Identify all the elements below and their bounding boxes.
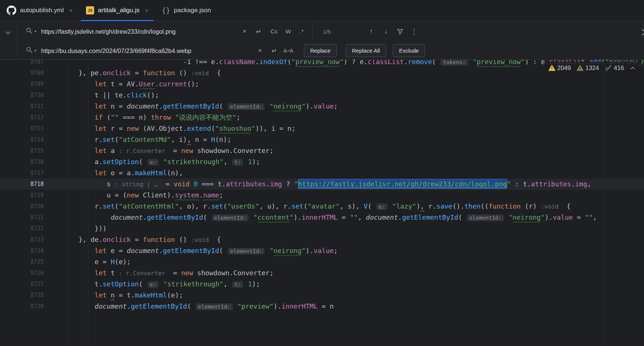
code-line[interactable]: 8718 s : string | … = void 0 === t.attri… [0, 179, 644, 190]
words-toggle[interactable]: W [283, 26, 294, 37]
line-number[interactable]: 8715 [0, 145, 44, 156]
chevron-right-icon[interactable] [641, 29, 644, 37]
chevron-down-icon[interactable] [5, 29, 11, 36]
code-line[interactable]: 8729 document.getElementById( elementId:… [0, 301, 644, 312]
line-number[interactable]: 8709 [0, 79, 44, 90]
code-token: ). [306, 247, 314, 254]
replace-input[interactable] [41, 45, 223, 57]
code-token: = [165, 269, 181, 277]
typos-ok-count[interactable]: 416 [604, 64, 624, 71]
tab-artitalk-aligu-js[interactable]: JS artitalk_aligu.js × [79, 0, 155, 21]
code-text: let r = new (AV.Object.extend("shuoshuo"… [79, 123, 295, 134]
tab-package-json[interactable]: {} package.json [155, 0, 218, 21]
search-history-caret-icon[interactable]: ▾ [34, 29, 36, 33]
code-token: e: [376, 203, 387, 210]
line-number[interactable]: 8724 [0, 245, 44, 256]
code-line[interactable]: 8721 document.getElementById( elementId:… [0, 212, 644, 223]
find-replace-panel: ▾ × ↵ Cc W .* 1/5 ↑ ↓ ⋮ ▾ × ↵ A↗A Replac… [0, 21, 644, 60]
filter-icon[interactable] [395, 26, 406, 37]
code-token: ( [115, 202, 119, 210]
code-token: ); [252, 158, 260, 166]
check-icon [604, 64, 612, 71]
weak-warnings-count[interactable]: 1324 [577, 64, 599, 71]
clear-search-icon[interactable]: × [239, 26, 250, 37]
newline-icon[interactable]: ↵ [253, 26, 264, 37]
warnings-count[interactable]: 2049 [548, 64, 571, 71]
code-line[interactable]: 8712 if ("" === n) throw "说说内容不能为空"; [0, 112, 644, 123]
previous-match-arrow-icon[interactable]: ↑ [366, 26, 377, 37]
replace-button[interactable]: Replace [304, 44, 337, 57]
clear-replace-icon[interactable]: × [255, 45, 266, 56]
chevron-up-icon[interactable] [630, 64, 635, 71]
line-number[interactable]: 8721 [0, 212, 44, 223]
line-number[interactable]: 8725 [0, 256, 44, 267]
line-number[interactable]: 8712 [0, 112, 44, 123]
code-token: "avatar" [308, 202, 340, 210]
code-text: let n = t.makeHtml(e); [79, 290, 183, 301]
line-number[interactable]: 8728 [0, 290, 44, 301]
code-token: setOption [103, 158, 139, 166]
code-token: ( [303, 202, 308, 210]
code-token: : string | … [115, 181, 158, 188]
code-token: : r.Converter [119, 270, 165, 277]
warnings-weak-value: 1324 [585, 64, 599, 71]
code-token [79, 113, 94, 121]
inspections-widget[interactable]: 2049 1324 416 [545, 61, 639, 74]
code-line[interactable]: 8722 })) [0, 223, 644, 234]
search-input[interactable] [41, 26, 223, 37]
next-match-arrow-icon[interactable]: ↓ [381, 26, 392, 37]
code-token: t: [232, 159, 243, 166]
line-number[interactable]: 8722 [0, 223, 44, 234]
line-number[interactable]: 8720 [0, 201, 44, 212]
code-lines[interactable]: 8707 -1 !== e.className.indexOf("preview… [0, 56, 644, 312]
line-number[interactable]: 8729 [0, 301, 44, 312]
code-line[interactable]: 8720 r.set("atContentHtml", o), r.set("u… [0, 201, 644, 212]
line-number[interactable]: 8723 [0, 234, 44, 245]
code-token [79, 102, 94, 110]
code-token: n [111, 291, 115, 299]
replace-history-caret-icon[interactable]: ▾ [34, 49, 36, 53]
more-options-kebab-icon[interactable]: ⋮ [409, 26, 420, 37]
search-row: ▾ × ↵ Cc W .* 1/5 ↑ ↓ ⋮ [17, 22, 644, 41]
code-line[interactable]: 8723}, de.onclick = function () :void { [0, 234, 644, 245]
line-number[interactable]: 8727 [0, 279, 44, 290]
code-line[interactable]: 8715 let a : r.Converter = new showdown.… [0, 145, 644, 156]
tab-autopublish-yml[interactable]: autopublish.yml × [0, 0, 79, 21]
close-icon[interactable]: × [145, 7, 149, 14]
code-line[interactable]: 8726 let t : r.Converter = new showdown.… [0, 267, 644, 279]
replace-icon [26, 46, 33, 55]
code-line[interactable]: 8716 a.setOption( e: "strikethrough", t:… [0, 156, 644, 167]
code-line[interactable]: 8719 u = (new Client).system.name; [0, 190, 644, 201]
code-line[interactable]: 8728 let n = t.makeHtml(e); [0, 290, 644, 301]
exclude-button[interactable]: Exclude [393, 44, 425, 57]
code-line[interactable]: 8709 let t = AV.User.current(); [0, 79, 644, 90]
code-line[interactable]: 8710 t || te.click(); [0, 90, 644, 101]
replace-all-button[interactable]: Replace All [346, 44, 386, 57]
line-number[interactable]: 8710 [0, 90, 44, 101]
line-number[interactable]: 8717 [0, 167, 44, 179]
line-number[interactable]: 8714 [0, 134, 44, 145]
line-number[interactable]: 8716 [0, 156, 44, 167]
code-line[interactable]: 8717 let o = a.makeHtml(n), [0, 167, 644, 179]
line-number[interactable]: 8708 [0, 67, 44, 79]
line-number[interactable]: 8718 [0, 179, 44, 190]
code-line[interactable]: 8727 t.setOption( e: "strikethrough", t:… [0, 279, 644, 290]
code-line[interactable]: 8714 r.set("atContentMd", i), n = H(n); [0, 134, 644, 145]
line-number[interactable]: 8726 [0, 267, 44, 279]
code-line[interactable]: 8711 let n = document.getElementById( el… [0, 101, 644, 112]
newline-icon[interactable]: ↵ [269, 45, 280, 56]
code-line[interactable]: 8725 e = H(e); [0, 256, 644, 267]
code-line[interactable]: 8724 let e = document.getElementById( el… [0, 245, 644, 256]
code-line[interactable]: 8713 let r = new (AV.Object.extend("shuo… [0, 123, 644, 134]
line-number[interactable]: 8711 [0, 101, 44, 112]
preserve-case-toggle[interactable]: A↗A [283, 45, 294, 56]
close-icon[interactable]: × [69, 7, 73, 14]
match-counter: 1/5 [314, 22, 340, 41]
github-icon [7, 6, 16, 15]
match-case-toggle[interactable]: Cc [269, 26, 280, 37]
line-number[interactable]: 8719 [0, 190, 44, 201]
regex-toggle[interactable]: .* [296, 26, 307, 37]
code-text: document.getElementById( elementId: "cco… [79, 212, 597, 223]
code-token: " [215, 124, 219, 132]
line-number[interactable]: 8713 [0, 123, 44, 134]
